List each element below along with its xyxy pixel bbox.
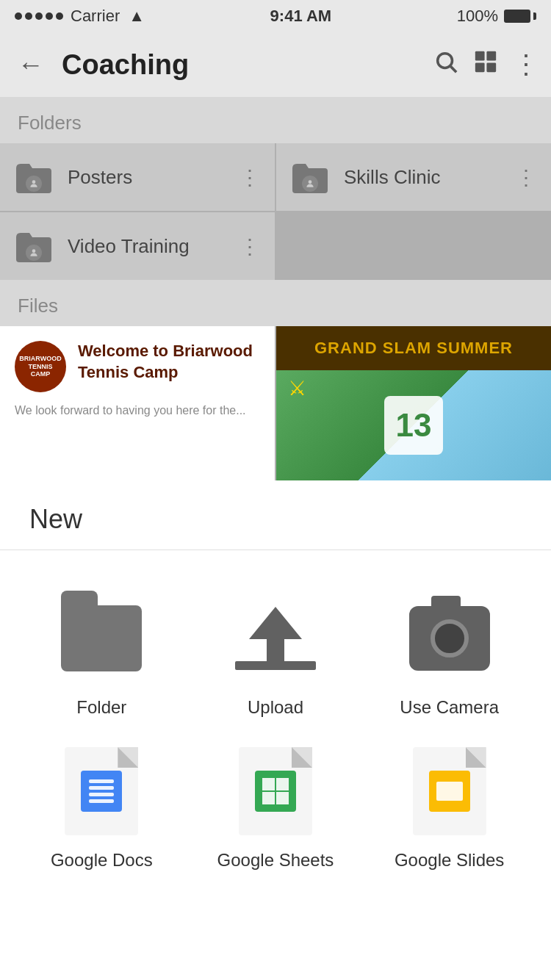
status-time: 9:41 AM bbox=[270, 7, 332, 26]
sheets-cell-4 bbox=[276, 792, 289, 804]
svg-line-1 bbox=[450, 66, 456, 72]
camera-shape-icon bbox=[409, 606, 490, 671]
shared-badge bbox=[26, 176, 42, 192]
signal-dot-1 bbox=[15, 12, 22, 20]
new-item-google-sheets[interactable]: Google Sheets bbox=[189, 732, 363, 885]
svg-rect-3 bbox=[486, 51, 496, 61]
sheets-icon-shape bbox=[239, 747, 312, 835]
file-item-briarwood[interactable]: BRIARWOODTENNISCAMP Welcome to Briarwood… bbox=[0, 326, 275, 480]
upload-stem-icon bbox=[267, 639, 284, 661]
status-left: Carrier ▲ bbox=[15, 7, 145, 26]
folder-more-skills-clinic[interactable]: ⋮ bbox=[516, 165, 536, 190]
page-title: Coaching bbox=[62, 49, 422, 81]
doc-line-4 bbox=[89, 799, 114, 803]
new-camera-icon bbox=[406, 594, 494, 682]
doc-line-1 bbox=[89, 779, 114, 783]
new-items-grid: Folder Upload Use Camera bbox=[0, 550, 551, 915]
search-icon[interactable] bbox=[433, 49, 458, 80]
folder-name-posters: Posters bbox=[68, 166, 225, 189]
new-slides-icon bbox=[406, 747, 494, 835]
signal-dot-2 bbox=[25, 12, 32, 20]
back-button[interactable]: ← bbox=[12, 43, 50, 86]
folder-icon-skills-clinic bbox=[291, 161, 329, 193]
slides-rect-icon bbox=[436, 782, 463, 801]
new-item-google-docs[interactable]: Google Docs bbox=[15, 732, 189, 885]
folder-name-video-training: Video Training bbox=[68, 235, 225, 258]
wifi-icon: ▲ bbox=[129, 7, 145, 26]
bottom-sheet: New Folder Upload bbox=[0, 480, 551, 915]
grand-slam-banner: GRAND SLAM SUMMER bbox=[276, 326, 551, 370]
grand-slam-title: GRAND SLAM SUMMER bbox=[314, 339, 513, 358]
sheets-grid-icon bbox=[262, 778, 289, 804]
docs-lines bbox=[89, 779, 114, 803]
file-grid: BRIARWOODTENNISCAMP Welcome to Briarwood… bbox=[0, 326, 551, 480]
briarwood-logo-text: BRIARWOODTENNISCAMP bbox=[16, 352, 64, 381]
svg-rect-5 bbox=[486, 62, 496, 72]
new-item-folder[interactable]: Folder bbox=[15, 580, 189, 732]
main-content: Folders Posters ⋮ bbox=[0, 97, 551, 480]
file-item-grand-slam[interactable]: GRAND SLAM SUMMER ⚔ 13 bbox=[276, 326, 551, 480]
slides-badge bbox=[429, 771, 470, 812]
battery-body bbox=[504, 10, 530, 23]
svg-rect-2 bbox=[475, 51, 485, 61]
folders-section-label: Folders bbox=[0, 97, 551, 143]
new-upload-label: Upload bbox=[248, 697, 303, 718]
new-docs-label: Google Docs bbox=[51, 850, 153, 871]
sheets-cell-1 bbox=[262, 778, 275, 790]
new-item-camera[interactable]: Use Camera bbox=[362, 580, 536, 732]
signal-dot-4 bbox=[46, 12, 53, 20]
new-slides-label: Google Slides bbox=[395, 850, 504, 871]
folder-shape-icon bbox=[61, 605, 142, 671]
sheets-cell-2 bbox=[276, 778, 289, 790]
new-item-upload[interactable]: Upload bbox=[189, 580, 363, 732]
folder-item-skills-clinic[interactable]: Skills Clinic ⋮ bbox=[276, 143, 551, 211]
doc-line-2 bbox=[89, 786, 114, 790]
upload-shape-icon bbox=[235, 607, 316, 670]
battery-tip bbox=[533, 12, 536, 20]
briarwood-text: Welcome to Briarwood Tennis Camp bbox=[78, 341, 260, 383]
folder-name-skills-clinic: Skills Clinic bbox=[344, 166, 501, 189]
briarwood-logo: BRIARWOODTENNISCAMP bbox=[15, 341, 66, 392]
svg-point-0 bbox=[438, 54, 453, 68]
shared-badge bbox=[26, 245, 42, 261]
folder-item-posters[interactable]: Posters ⋮ bbox=[0, 143, 275, 211]
new-docs-icon bbox=[57, 747, 145, 835]
status-bar: Carrier ▲ 9:41 AM 100% bbox=[0, 0, 551, 32]
folder-more-video-training[interactable]: ⋮ bbox=[240, 234, 260, 259]
new-folder-icon bbox=[57, 594, 145, 682]
upload-base-icon bbox=[235, 661, 316, 670]
folder-icon-posters bbox=[15, 161, 53, 193]
folder-icon-video-training bbox=[15, 230, 53, 262]
toolbar-icons: ⋮ bbox=[433, 49, 539, 80]
grand-slam-image: ⚔ 13 bbox=[276, 370, 551, 480]
briarwood-sub: We look forward to having you here for t… bbox=[15, 403, 260, 419]
signal-dot-3 bbox=[35, 12, 43, 20]
grid-view-icon[interactable] bbox=[473, 49, 498, 80]
docs-badge bbox=[81, 771, 122, 812]
new-item-google-slides[interactable]: Google Slides bbox=[362, 732, 536, 885]
new-section-header: New bbox=[0, 480, 551, 550]
carrier-label: Carrier bbox=[71, 7, 120, 26]
status-right: 100% bbox=[457, 7, 536, 26]
more-options-icon[interactable]: ⋮ bbox=[513, 49, 539, 80]
jersey-number: 13 bbox=[384, 396, 443, 455]
briarwood-header: BRIARWOODTENNISCAMP Welcome to Briarwood… bbox=[15, 341, 260, 392]
folder-more-posters[interactable]: ⋮ bbox=[240, 165, 260, 190]
files-section-label: Files bbox=[0, 280, 551, 326]
briarwood-title: Welcome to Briarwood Tennis Camp bbox=[78, 341, 260, 383]
folder-grid: Posters ⋮ Skills Clinic ⋮ bbox=[0, 143, 551, 280]
upload-arrow-icon bbox=[249, 607, 302, 639]
new-sheets-icon bbox=[231, 747, 320, 835]
sheets-cell-3 bbox=[262, 792, 275, 804]
utensils-icon: ⚔ bbox=[288, 376, 306, 400]
slides-icon-shape bbox=[413, 747, 486, 835]
camera-lens-icon bbox=[431, 619, 469, 657]
svg-point-8 bbox=[32, 249, 36, 253]
signal-dot-5 bbox=[56, 12, 63, 20]
folder-item-video-training[interactable]: Video Training ⋮ bbox=[0, 212, 275, 280]
new-upload-icon bbox=[231, 594, 320, 682]
battery-percent: 100% bbox=[457, 7, 498, 26]
sheets-badge bbox=[255, 771, 296, 812]
shared-badge bbox=[302, 176, 318, 192]
svg-point-7 bbox=[309, 180, 312, 184]
